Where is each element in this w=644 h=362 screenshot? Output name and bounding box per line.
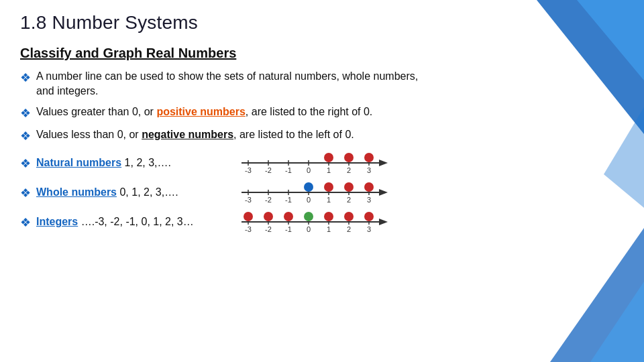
integers-number-line-svg: -3 -2 -1 0 1 2 3 xyxy=(235,209,389,235)
natural-numbers-term: Natural numbers xyxy=(36,157,121,168)
svg-point-65 xyxy=(344,212,354,221)
natural-number-line: -3 -2 -1 0 1 2 3 xyxy=(235,150,389,176)
diamond-icon-1: ❖ xyxy=(20,70,31,86)
svg-text:-2: -2 xyxy=(265,166,272,174)
svg-point-63 xyxy=(304,212,313,221)
bullet-item-1: ❖ A number line can be used to show the … xyxy=(20,69,436,99)
bullet-text-3: Values less than 0, or negative numbers,… xyxy=(36,127,354,142)
diamond-icon-6: ❖ xyxy=(20,215,31,230)
whole-numbers-row: ❖ Whole numbers 0, 1, 2, 3,…. -3 -2 -1 0… xyxy=(20,180,624,205)
svg-text:-3: -3 xyxy=(245,225,252,233)
svg-text:-3: -3 xyxy=(245,166,252,174)
svg-text:-2: -2 xyxy=(265,225,272,233)
diamond-icon-4: ❖ xyxy=(20,156,31,171)
bullet-text-2: Values greater than 0, or positive numbe… xyxy=(36,105,372,119)
svg-point-21 xyxy=(324,153,333,162)
svg-point-23 xyxy=(364,153,374,162)
svg-text:1: 1 xyxy=(327,196,331,204)
natural-numbers-label-area: ❖ Natural numbers 1, 2, 3,…. xyxy=(20,156,221,171)
svg-text:3: 3 xyxy=(367,196,371,204)
svg-point-60 xyxy=(244,212,253,221)
diamond-icon-5: ❖ xyxy=(20,186,31,200)
svg-text:-1: -1 xyxy=(285,166,292,174)
svg-text:1: 1 xyxy=(327,225,331,233)
svg-text:3: 3 xyxy=(367,166,371,174)
svg-text:2: 2 xyxy=(347,166,351,174)
whole-numbers-label-area: ❖ Whole numbers 0, 1, 2, 3,…. xyxy=(20,185,221,200)
svg-point-41 xyxy=(324,182,333,192)
natural-number-line-svg: -3 -2 -1 0 1 2 3 xyxy=(235,150,389,176)
positive-numbers-label: positive numbers xyxy=(156,106,245,117)
svg-marker-25 xyxy=(379,189,388,196)
svg-point-66 xyxy=(364,212,374,221)
svg-text:1: 1 xyxy=(327,166,331,174)
svg-point-61 xyxy=(264,212,273,221)
svg-point-62 xyxy=(284,212,293,221)
natural-numbers-row: ❖ Natural numbers 1, 2, 3,…. -3 -2 -1 0 xyxy=(20,150,624,176)
svg-point-43 xyxy=(364,182,374,192)
natural-numbers-text: Natural numbers 1, 2, 3,…. xyxy=(36,157,171,169)
whole-number-line-svg: -3 -2 -1 0 1 2 3 xyxy=(235,180,389,205)
section-subtitle: Classify and Graph Real Numbers xyxy=(20,46,624,61)
whole-numbers-text: Whole numbers 0, 1, 2, 3,…. xyxy=(36,186,178,198)
whole-number-line: -3 -2 -1 0 1 2 3 xyxy=(235,180,389,205)
diamond-icon-2: ❖ xyxy=(20,105,31,122)
integers-number-line: -3 -2 -1 0 1 2 3 xyxy=(235,209,389,235)
bullet-item-2: ❖ Values greater than 0, or positive num… xyxy=(20,105,436,122)
integers-term: Integers xyxy=(36,216,78,227)
svg-marker-3 xyxy=(590,282,644,362)
diamond-icon-3: ❖ xyxy=(20,128,31,145)
whole-numbers-term: Whole numbers xyxy=(36,186,117,198)
svg-text:0: 0 xyxy=(307,225,311,233)
svg-text:-1: -1 xyxy=(285,225,292,233)
negative-numbers-label: negative numbers xyxy=(142,129,233,140)
svg-point-42 xyxy=(344,182,354,192)
integers-text: Integers ….-3, -2, -1, 0, 1, 2, 3… xyxy=(36,216,194,228)
svg-text:2: 2 xyxy=(347,225,351,233)
integers-row: ❖ Integers ….-3, -2, -1, 0, 1, 2, 3… -3 … xyxy=(20,209,624,235)
main-bullets: ❖ A number line can be used to show the … xyxy=(20,69,624,145)
svg-marker-6 xyxy=(379,160,388,166)
svg-point-40 xyxy=(304,182,313,192)
svg-text:3: 3 xyxy=(367,225,371,233)
integers-label-area: ❖ Integers ….-3, -2, -1, 0, 1, 2, 3… xyxy=(20,215,221,230)
main-content: 1.8 Number Systems Classify and Graph Re… xyxy=(0,0,644,251)
svg-marker-45 xyxy=(379,219,388,225)
svg-text:-2: -2 xyxy=(265,196,272,204)
bullet-item-3: ❖ Values less than 0, or negative number… xyxy=(20,127,436,145)
bullet-text-1: A number line can be used to show the se… xyxy=(36,69,436,99)
svg-point-22 xyxy=(344,153,354,162)
svg-text:0: 0 xyxy=(307,196,311,204)
svg-text:-3: -3 xyxy=(245,196,252,204)
svg-text:0: 0 xyxy=(307,166,311,174)
svg-text:-1: -1 xyxy=(285,196,292,204)
svg-point-64 xyxy=(324,212,333,221)
svg-text:2: 2 xyxy=(347,196,351,204)
page-title: 1.8 Number Systems xyxy=(20,12,624,34)
